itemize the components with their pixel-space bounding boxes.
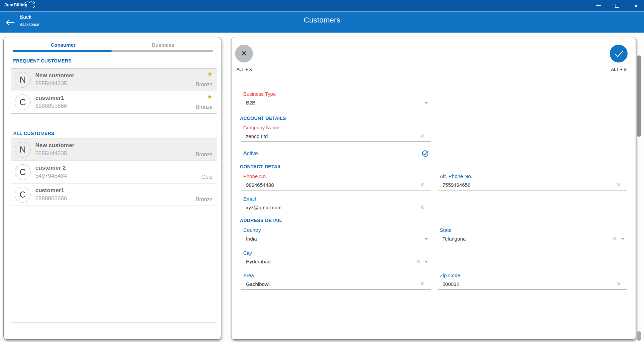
country-field: Country India: [241, 227, 431, 244]
customer-name: customer 2: [35, 165, 67, 171]
tab-consumer[interactable]: Consumer: [13, 42, 113, 48]
chevron-down-icon[interactable]: [425, 261, 428, 263]
area-label: Area: [241, 272, 431, 279]
alt-phone-input[interactable]: 7559494658 ✕: [438, 181, 627, 190]
area-field: Area Gachibowli ✕: [241, 272, 431, 290]
zip-code-field: Zip Code 500032 ✕: [438, 272, 627, 290]
page-title: Customers: [0, 16, 644, 25]
clear-icon[interactable]: ✕: [420, 133, 425, 139]
email-value: xyz@gmail.com: [246, 205, 420, 210]
company-name-input[interactable]: zenco Ltd ✕: [241, 132, 431, 142]
section-address-detail: ADDRESS DETAIL: [240, 218, 282, 223]
zip-code-value: 500032: [442, 281, 616, 287]
section-account-details: ACCOUNT DETAILS: [240, 116, 286, 121]
minimize-icon: [596, 5, 601, 6]
chevron-down-icon[interactable]: [425, 102, 428, 104]
star-icon[interactable]: ★: [207, 93, 213, 100]
alt-phone-label: Alt. Phone No.: [438, 173, 627, 179]
customer-phone: 6988855666: [35, 195, 67, 202]
city-label: City: [241, 250, 431, 256]
list-item[interactable]: N New customer 5555444235 ★ Bronze: [11, 69, 217, 91]
cloud-icon: [24, 0, 37, 10]
company-name-field: Company Name zenco Ltd ✕: [241, 125, 431, 142]
close-icon: ✕: [634, 3, 638, 8]
company-name-label: Company Name: [241, 125, 431, 131]
avatar: C: [15, 164, 31, 180]
app-logo: JustBilling: [4, 2, 28, 7]
clear-icon[interactable]: ✕: [420, 182, 425, 188]
tier-badge: Bronze: [196, 152, 213, 158]
clear-icon[interactable]: ✕: [416, 259, 421, 264]
business-type-value: B2B: [246, 100, 425, 105]
alt-phone-field: Alt. Phone No. 7559494658 ✕: [438, 173, 627, 190]
titlebar: JustBilling ✕: [0, 0, 644, 11]
tier-badge: Bronze: [196, 104, 213, 110]
avatar: N: [15, 72, 31, 88]
state-value: Telangana: [442, 236, 612, 242]
customer-name: customer1: [35, 95, 67, 101]
state-field: State Telangana ✕: [438, 227, 627, 244]
country-label: Country: [241, 227, 431, 233]
business-type-field: Business Type B2B: [241, 91, 431, 108]
active-label: Active: [243, 151, 258, 157]
customer-list-panel: Consumer Business FREQUENT CUSTOMERS N N…: [3, 37, 221, 340]
clear-icon[interactable]: ✕: [616, 281, 621, 287]
cancel-button[interactable]: ✕: [235, 45, 253, 62]
customer-name: customer1: [35, 187, 67, 194]
tab-indicator: [13, 50, 213, 52]
maximize-icon: [615, 4, 619, 8]
save-button[interactable]: [610, 45, 628, 62]
zip-code-label: Zip Code: [438, 272, 627, 279]
clear-icon[interactable]: ✕: [420, 281, 425, 287]
all-customers-list: N New customer 5555444235 Bronze C custo…: [11, 138, 217, 323]
avatar: C: [15, 94, 31, 110]
clear-icon[interactable]: ✕: [612, 236, 617, 242]
city-value: Hyderabad: [246, 259, 416, 264]
customer-name: New customer: [35, 72, 74, 79]
alt-phone-value: 7559494658: [442, 182, 616, 188]
section-contact-detail: CONTACT DETAIL: [240, 164, 282, 169]
area-value: Gachibowli: [246, 281, 420, 287]
scrollbar-track-end[interactable]: [637, 331, 641, 341]
cancel-shortcut-label: ALT + X: [229, 67, 259, 72]
company-name-value: zenco Ltd: [246, 133, 420, 139]
page-header: Back Backspace Customers: [0, 11, 644, 33]
zip-code-input[interactable]: 500032 ✕: [438, 280, 627, 290]
country-dropdown[interactable]: India: [241, 235, 431, 244]
minimize-button[interactable]: [596, 3, 601, 8]
phone-label: Phone No.: [241, 173, 431, 179]
customer-name: New customer: [35, 142, 74, 149]
close-button[interactable]: ✕: [633, 3, 639, 8]
maximize-button[interactable]: [614, 3, 620, 8]
clear-icon[interactable]: ✕: [420, 205, 425, 210]
email-field: Email xyz@gmail.com ✕: [241, 196, 431, 213]
city-dropdown[interactable]: Hyderabad ✕: [241, 258, 431, 267]
tier-badge: Bronze: [196, 82, 213, 88]
active-toggle[interactable]: Active: [241, 149, 431, 157]
star-icon[interactable]: ★: [207, 71, 213, 77]
state-dropdown[interactable]: Telangana ✕: [438, 235, 627, 244]
avatar: N: [15, 142, 31, 158]
double-check-icon: [614, 49, 624, 58]
vertical-scrollbar-thumb[interactable]: [637, 55, 641, 137]
customer-phone: 5497946484: [35, 173, 67, 179]
clear-icon[interactable]: ✕: [616, 182, 621, 188]
area-input[interactable]: Gachibowli ✕: [241, 280, 431, 290]
list-item[interactable]: C customer 2 5497946484 Gold: [11, 161, 217, 183]
cancel-x-icon: ✕: [241, 49, 247, 58]
list-item[interactable]: C customer1 6988855666 Bronze: [11, 183, 217, 206]
email-input[interactable]: xyz@gmail.com ✕: [241, 204, 431, 213]
state-label: State: [438, 227, 627, 233]
business-type-dropdown[interactable]: B2B: [241, 99, 431, 108]
frequent-customers-list: N New customer 5555444235 ★ Bronze C cus…: [11, 68, 217, 114]
tab-indicator-inactive: [112, 50, 213, 52]
check-circle-icon[interactable]: [422, 149, 429, 157]
list-item[interactable]: N New customer 5555444235 Bronze: [11, 138, 217, 161]
city-field: City Hyderabad ✕: [241, 250, 431, 267]
list-item[interactable]: C customer1 6988855666 ★ Bronze: [11, 91, 217, 114]
customer-phone: 5555444235: [35, 80, 74, 87]
chevron-down-icon[interactable]: [425, 238, 428, 240]
phone-input[interactable]: 9894654488 ✕: [241, 181, 431, 190]
chevron-down-icon[interactable]: [621, 238, 625, 240]
tab-business[interactable]: Business: [113, 42, 213, 48]
